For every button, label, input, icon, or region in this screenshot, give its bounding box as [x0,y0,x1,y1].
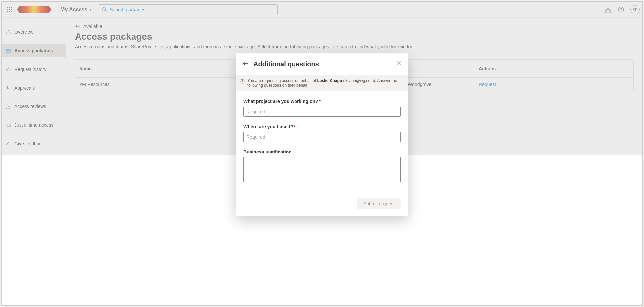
modal-close-button[interactable] [397,61,401,67]
q3-label: Business justification [243,149,401,154]
q2-label: Where are you based?* [243,124,401,129]
required-indicator: * [319,99,321,104]
modal-title: Additional questions [253,60,397,68]
modal-dialog: Additional questions You are requesting … [236,53,408,216]
modal-overlay[interactable]: Additional questions You are requesting … [2,2,642,305]
info-banner: You are requesting access on behalf of L… [236,75,408,91]
q2-input[interactable] [243,132,401,142]
submit-request-button[interactable]: Submit request [357,198,401,209]
q3-textarea[interactable] [243,157,401,182]
close-icon [397,61,401,66]
info-text-prefix: You are requesting access on behalf of [247,78,317,83]
info-icon [240,79,245,85]
svg-point-27 [242,80,242,80]
required-indicator: * [294,124,295,129]
modal-back-button[interactable] [243,60,249,68]
q1-label: What project are you working on?* [243,99,401,104]
info-text-name: Leslie Knapp [317,78,342,83]
q1-input[interactable] [243,107,401,117]
arrow-left-icon [243,60,249,66]
